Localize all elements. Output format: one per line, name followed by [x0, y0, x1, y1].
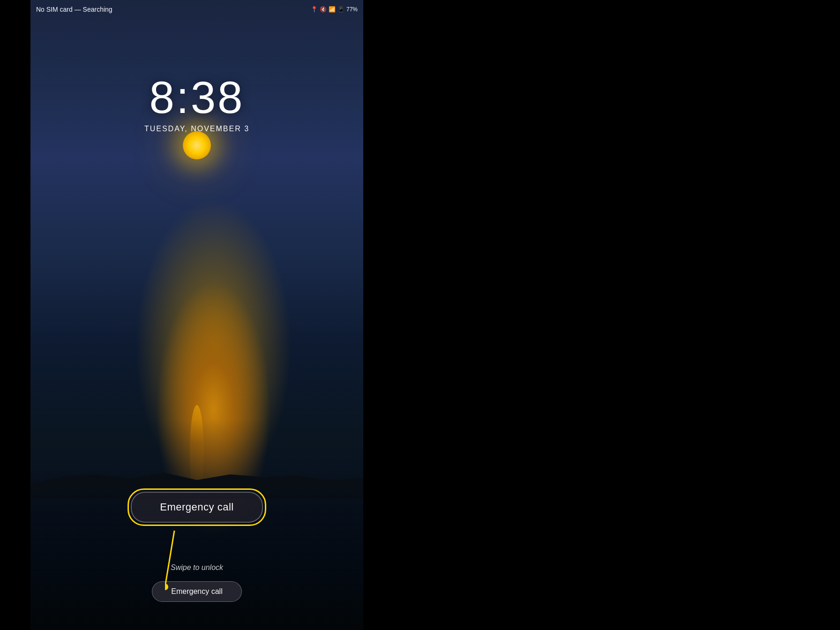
signal-icon: 📱 — [338, 6, 345, 13]
yellow-border: Emergency call — [128, 488, 266, 526]
middle-black-panel — [363, 0, 640, 630]
carrier-text: No SIM card — Searching — [36, 6, 112, 13]
status-icons-left: 📍 🔇 📶 📱 77% — [311, 6, 358, 13]
status-bar-left: No SIM card — Searching 📍 🔇 📶 📱 77% — [30, 0, 363, 19]
clock-time: 8:38 — [144, 75, 249, 120]
mute-icon: 🔇 — [320, 6, 327, 13]
annotation-arrow — [165, 531, 240, 592]
location-icon: 📍 — [311, 6, 318, 13]
moon — [183, 131, 211, 159]
lock-screen: No SIM card — Searching 📍 🔇 📶 📱 77% 8:38… — [30, 0, 363, 630]
emergency-call-main-button[interactable]: Emergency call — [131, 492, 262, 523]
lock-bottom: Emergency call Swipe to unlock Emergency… — [30, 488, 363, 602]
clock-date: TUESDAY, NOVEMBER 3 — [144, 125, 249, 133]
left-black-panel — [0, 0, 30, 630]
svg-line-0 — [165, 531, 174, 587]
clock-container: 8:38 TUESDAY, NOVEMBER 3 — [144, 75, 249, 133]
svg-point-1 — [165, 584, 168, 590]
wifi-icon: 📶 — [329, 6, 336, 13]
battery-text: 77% — [346, 6, 358, 13]
emergency-call-highlighted-wrapper: Emergency call — [128, 488, 266, 526]
